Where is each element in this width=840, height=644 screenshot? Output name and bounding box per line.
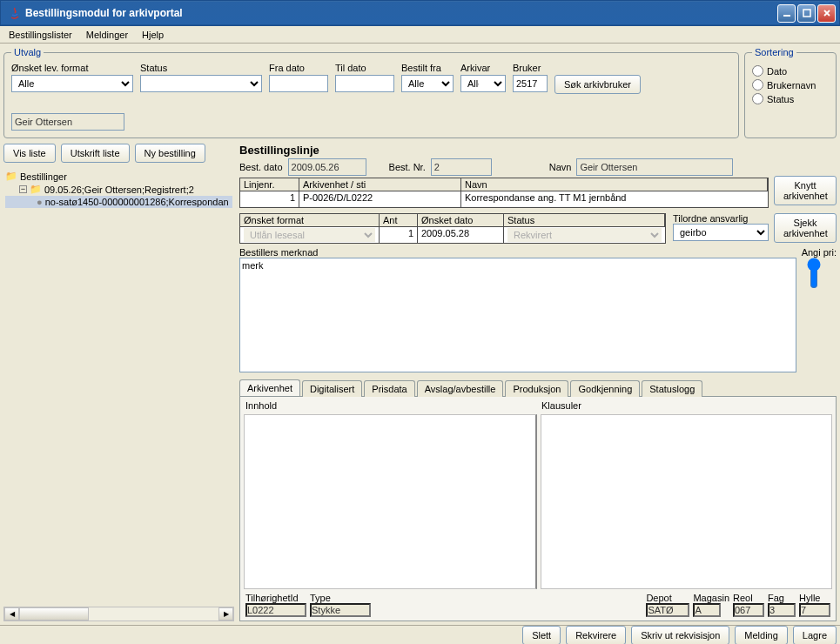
tilordne-label: Tilordne ansvarlig — [673, 213, 769, 224]
mag-field — [693, 603, 721, 617]
arkivar-label: Arkivar — [460, 63, 506, 73]
bruker-label: Bruker — [513, 63, 548, 73]
navn-field — [576, 158, 733, 176]
bestilt-label: Bestilt fra — [401, 63, 454, 73]
tab-produksjon[interactable]: Produksjon — [505, 380, 568, 397]
arkivar-select[interactable]: Alle — [460, 75, 506, 92]
section-title: Bestillingslinje — [239, 144, 837, 157]
bruker-input[interactable] — [513, 75, 548, 92]
leaf-icon: ● — [37, 197, 43, 207]
type-label: Type — [310, 593, 371, 603]
sort-status-radio[interactable] — [752, 93, 763, 104]
menubar: Bestillingslister Meldinger Hjelp — [0, 26, 840, 44]
tilordne-select[interactable]: geirbo — [673, 224, 769, 241]
folder-icon: 📁 — [30, 184, 42, 195]
g2-h4: Status — [504, 214, 665, 227]
line-grid-2: Ønsket format Ant Ønsket dato Status Utl… — [239, 213, 666, 244]
filters-panel: Utvalg Ønsket lev. format Alle Status Fr… — [3, 47, 739, 138]
tab-digitalisert[interactable]: Digitalisert — [302, 380, 362, 397]
g2-c2: 1 — [380, 227, 418, 243]
sjekk-arkivenhet-button[interactable]: Sjekk arkivenhet — [774, 213, 837, 243]
rekvirere-button[interactable]: Rekvirere — [566, 626, 626, 645]
angi-pri-label: Angi pri: — [802, 247, 837, 258]
menu-bestillingslister[interactable]: Bestillingslister — [2, 28, 79, 42]
sort-dato-label: Dato — [767, 66, 787, 77]
hylle-label: Hylle — [799, 593, 830, 603]
filters-legend: Utvalg — [11, 47, 44, 57]
format-select[interactable]: Alle — [11, 75, 133, 92]
skriv-ut-button[interactable]: Skriv ut rekvisisjon — [631, 626, 729, 645]
klausuler-label: Klausuler — [538, 399, 834, 413]
fra-input[interactable] — [269, 75, 328, 92]
best-dato-label: Best. dato — [239, 162, 283, 172]
fag-label: Fag — [768, 593, 796, 603]
tilh-label: TilhørighetId — [245, 593, 306, 603]
close-button[interactable] — [817, 4, 836, 23]
sok-arkivbruker-button[interactable]: Søk arkivbruker — [554, 75, 641, 94]
sort-dato-radio[interactable] — [752, 65, 763, 77]
best-nr-label: Best. Nr. — [389, 162, 426, 172]
tree-node-2[interactable]: ● no-satø1450-000000001286;Korrespondan — [5, 196, 232, 208]
utskrift-liste-button[interactable]: Utskrift liste — [61, 144, 130, 163]
g1-h2: Arkivenhet / sti — [299, 178, 461, 191]
sort-panel: Sortering Dato Brukernavn Status — [744, 47, 837, 138]
merknad-label: Bestillers merknad — [239, 247, 318, 258]
lagre-button[interactable]: Lagre — [793, 626, 837, 645]
tab-godkjenning[interactable]: Godkjenning — [570, 380, 640, 397]
bestilt-select[interactable]: Alle — [401, 75, 454, 92]
menu-hjelp[interactable]: Hjelp — [135, 28, 171, 42]
titlebar: Bestillingsmodul for arkivportal — [0, 0, 840, 26]
g1-c1: 1 — [240, 191, 299, 207]
til-label: Til dato — [335, 63, 394, 73]
tab-avslag[interactable]: Avslag/avbestille — [417, 380, 504, 397]
slett-button[interactable]: Slett — [522, 626, 561, 645]
scroll-left-icon[interactable]: ◀ — [4, 607, 19, 621]
innhold-label: Innhold — [242, 399, 538, 413]
klausuler-pane[interactable] — [541, 414, 833, 589]
reol-field — [733, 603, 764, 617]
g1-h1: Linjenr. — [240, 178, 299, 191]
innhold-pane[interactable] — [244, 414, 537, 589]
tab-arkivenhet[interactable]: Arkivenhet — [239, 379, 300, 396]
tilh-field — [245, 603, 306, 617]
depot-field — [646, 603, 689, 617]
sort-bruker-radio[interactable] — [752, 79, 763, 91]
status-label: Status — [140, 63, 262, 73]
g2-c1: Utlån lesesal — [240, 227, 380, 243]
g2-c4: Rekvirert — [504, 227, 665, 243]
tree-root[interactable]: 📁 Bestillinger — [5, 170, 232, 183]
tree-node-1[interactable]: − 📁 09.05.26;Geir Ottersen;Registrert;2 — [5, 183, 232, 196]
line-grid-1: Linjenr. Arkivenhet / sti Navn 1 P-0026/… — [239, 178, 769, 208]
vis-liste-button[interactable]: Vis liste — [3, 144, 56, 163]
minimize-button[interactable] — [777, 4, 796, 23]
sort-status-label: Status — [767, 94, 794, 104]
type-field — [310, 603, 371, 617]
depot-label: Depot — [646, 593, 689, 603]
maximize-button[interactable] — [797, 4, 816, 23]
g1-h3: Navn — [461, 178, 768, 191]
collapse-icon[interactable]: − — [19, 185, 27, 193]
tree-hscroll[interactable]: ◀ ▶ — [3, 607, 234, 621]
format-label: Ønsket lev. format — [11, 63, 133, 73]
tree-view[interactable]: 📁 Bestillinger − 📁 09.05.26;Geir Otterse… — [3, 168, 234, 607]
scroll-right-icon[interactable]: ▶ — [218, 607, 233, 621]
scroll-thumb[interactable] — [19, 607, 89, 621]
priority-slider[interactable] — [805, 258, 823, 289]
g2-h3: Ønsket dato — [418, 214, 504, 227]
knytt-arkivenhet-button[interactable]: Knytt arkivenhet — [774, 176, 837, 205]
user-name-display: Geir Ottersen — [11, 113, 124, 131]
tab-statuslogg[interactable]: Statuslogg — [642, 380, 702, 397]
til-input[interactable] — [335, 75, 394, 92]
mag-label: Magasin — [693, 593, 729, 603]
statusbar: Slett Rekvirere Skriv ut rekvisisjon Mel… — [0, 625, 840, 644]
sort-bruker-label: Brukernavn — [767, 80, 816, 91]
melding-button[interactable]: Melding — [735, 626, 788, 645]
status-select[interactable] — [140, 75, 262, 92]
folder-icon: 📁 — [5, 171, 17, 182]
menu-meldinger[interactable]: Meldinger — [79, 28, 135, 42]
java-icon — [8, 6, 22, 20]
best-nr-field — [431, 158, 492, 176]
tab-prisdata[interactable]: Prisdata — [364, 380, 414, 397]
merknad-textarea[interactable]: merk — [239, 258, 796, 372]
ny-bestilling-button[interactable]: Ny bestilling — [135, 144, 205, 163]
